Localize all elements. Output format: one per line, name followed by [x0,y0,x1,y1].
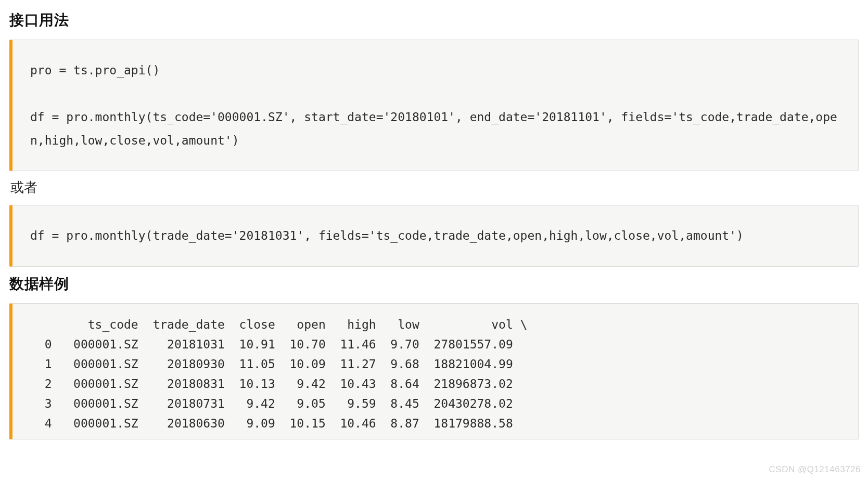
or-label: 或者 [10,178,859,197]
code-block-2: df = pro.monthly(trade_date='20181031', … [9,205,859,267]
sample-output-block: ts_code trade_date close open high low v… [9,303,859,439]
heading-usage: 接口用法 [9,10,859,30]
code-block-1: pro = ts.pro_api() df = pro.monthly(ts_c… [9,40,859,171]
heading-sample: 数据样例 [9,274,859,294]
